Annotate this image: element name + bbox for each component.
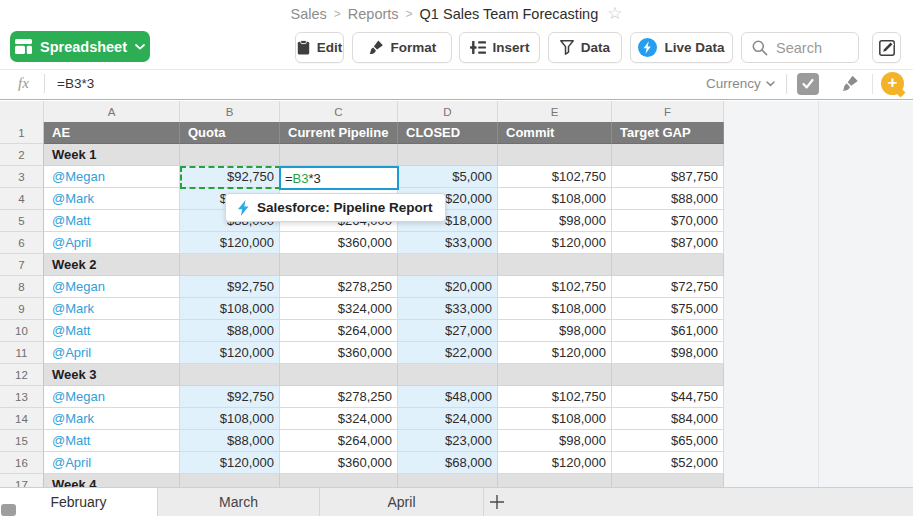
ae-name-cell[interactable]: @Matt bbox=[44, 430, 180, 452]
data-button[interactable]: Data bbox=[548, 32, 622, 63]
value-cell[interactable]: $48,000 bbox=[398, 386, 498, 408]
cell[interactable] bbox=[498, 474, 612, 487]
cell[interactable] bbox=[280, 254, 398, 276]
scrollbar-thumb[interactable] bbox=[1, 504, 16, 516]
value-cell[interactable]: $75,000 bbox=[612, 298, 724, 320]
column-header-C[interactable]: C bbox=[280, 101, 398, 122]
formula-input[interactable]: =B3*3 bbox=[57, 76, 94, 91]
value-cell[interactable]: $24,000 bbox=[398, 408, 498, 430]
value-cell[interactable]: $360,000 bbox=[280, 452, 398, 474]
spreadsheet-menu-button[interactable]: Spreadsheet bbox=[10, 31, 150, 62]
value-cell[interactable]: $264,000 bbox=[280, 430, 398, 452]
row-number-6[interactable]: 6 bbox=[0, 232, 44, 254]
value-cell[interactable]: $70,000 bbox=[612, 210, 724, 232]
edit-button[interactable]: Edit bbox=[295, 32, 344, 63]
cell[interactable] bbox=[612, 254, 724, 276]
value-cell[interactable]: $264,000 bbox=[280, 320, 398, 342]
value-cell[interactable]: $68,000 bbox=[398, 452, 498, 474]
add-sheet-button[interactable] bbox=[482, 488, 512, 516]
value-cell[interactable]: $87,750 bbox=[612, 166, 724, 188]
tab-february[interactable]: February bbox=[0, 488, 158, 516]
row-number-15[interactable]: 15 bbox=[0, 430, 44, 452]
column-header-E[interactable]: E bbox=[498, 101, 612, 122]
value-cell[interactable]: $278,250 bbox=[280, 276, 398, 298]
row-number-13[interactable]: 13 bbox=[0, 386, 44, 408]
week-label-cell[interactable]: Week 2 bbox=[44, 254, 180, 276]
week-label-cell[interactable]: Week 1 bbox=[44, 144, 180, 166]
row-number-4[interactable]: 4 bbox=[0, 188, 44, 210]
cell[interactable] bbox=[398, 144, 498, 166]
week-label-cell[interactable]: Week 3 bbox=[44, 364, 180, 386]
ae-name-cell[interactable]: @April bbox=[44, 232, 180, 254]
row-number-5[interactable]: 5 bbox=[0, 210, 44, 232]
value-cell[interactable]: $98,000 bbox=[612, 342, 724, 364]
ae-name-cell[interactable]: @April bbox=[44, 452, 180, 474]
cell[interactable] bbox=[612, 144, 724, 166]
value-cell[interactable]: $360,000 bbox=[280, 342, 398, 364]
cell[interactable] bbox=[280, 364, 398, 386]
ae-name-cell[interactable]: @Mark bbox=[44, 298, 180, 320]
row-number-14[interactable]: 14 bbox=[0, 408, 44, 430]
ae-name-cell[interactable]: @Mark bbox=[44, 408, 180, 430]
value-cell[interactable]: $88,000 bbox=[180, 320, 280, 342]
search-input[interactable]: Search bbox=[741, 32, 859, 63]
value-cell[interactable]: $65,000 bbox=[612, 430, 724, 452]
value-cell[interactable]: $120,000 bbox=[498, 232, 612, 254]
cell[interactable] bbox=[612, 474, 724, 487]
ae-name-cell[interactable]: @Mark bbox=[44, 188, 180, 210]
value-cell[interactable]: $108,000 bbox=[498, 298, 612, 320]
value-cell[interactable]: $33,000 bbox=[398, 298, 498, 320]
compose-button[interactable] bbox=[872, 32, 901, 63]
value-cell[interactable]: $120,000 bbox=[498, 342, 612, 364]
ae-name-cell[interactable]: @Megan bbox=[44, 166, 180, 188]
cell[interactable] bbox=[398, 254, 498, 276]
cell[interactable] bbox=[612, 364, 724, 386]
cell[interactable] bbox=[398, 474, 498, 487]
cell[interactable] bbox=[498, 254, 612, 276]
row-number-10[interactable]: 10 bbox=[0, 320, 44, 342]
ae-name-cell[interactable]: @Megan bbox=[44, 386, 180, 408]
value-cell[interactable]: $44,750 bbox=[612, 386, 724, 408]
row-number-2[interactable]: 2 bbox=[0, 144, 44, 166]
column-header-D[interactable]: D bbox=[398, 101, 498, 122]
value-cell[interactable]: $324,000 bbox=[280, 298, 398, 320]
value-cell[interactable]: $360,000 bbox=[280, 232, 398, 254]
row-number-11[interactable]: 11 bbox=[0, 342, 44, 364]
ae-name-cell[interactable]: @Megan bbox=[44, 276, 180, 298]
breadcrumb-reports[interactable]: Reports bbox=[348, 6, 399, 22]
ae-name-cell[interactable]: @April bbox=[44, 342, 180, 364]
value-cell[interactable]: $108,000 bbox=[180, 408, 280, 430]
row-number-9[interactable]: 9 bbox=[0, 298, 44, 320]
grid-corner[interactable] bbox=[0, 101, 44, 122]
value-cell[interactable]: $84,000 bbox=[612, 408, 724, 430]
row-number-12[interactable]: 12 bbox=[0, 364, 44, 386]
value-cell[interactable]: $52,000 bbox=[612, 452, 724, 474]
cell[interactable] bbox=[180, 144, 280, 166]
value-cell[interactable]: $61,000 bbox=[612, 320, 724, 342]
value-cell[interactable]: $120,000 bbox=[498, 452, 612, 474]
value-cell[interactable]: $27,000 bbox=[398, 320, 498, 342]
format-dropdown[interactable]: Currency bbox=[706, 76, 775, 91]
value-cell[interactable]: $108,000 bbox=[498, 408, 612, 430]
header-cell[interactable]: AE bbox=[44, 122, 180, 144]
column-header-B[interactable]: B bbox=[180, 101, 280, 122]
tab-april[interactable]: April bbox=[320, 488, 484, 516]
active-cell-editor[interactable]: =B3*3 bbox=[279, 166, 399, 190]
breadcrumb-sales[interactable]: Sales bbox=[291, 6, 327, 22]
value-cell[interactable]: $102,750 bbox=[498, 386, 612, 408]
row-number-1[interactable]: 1 bbox=[0, 122, 44, 144]
week-label-cell[interactable]: Week 4 bbox=[44, 474, 180, 487]
cell[interactable] bbox=[498, 144, 612, 166]
row-number-3[interactable]: 3 bbox=[0, 166, 44, 188]
header-cell[interactable]: CLOSED bbox=[398, 122, 498, 144]
header-cell[interactable]: Current Pipeline bbox=[280, 122, 398, 144]
cell[interactable] bbox=[180, 254, 280, 276]
header-cell[interactable]: Commit bbox=[498, 122, 612, 144]
value-cell[interactable]: $102,750 bbox=[498, 166, 612, 188]
value-cell[interactable]: $92,750 bbox=[180, 276, 280, 298]
add-comment-button[interactable]: + bbox=[881, 72, 904, 95]
value-cell[interactable]: $120,000 bbox=[180, 452, 280, 474]
cell[interactable] bbox=[180, 474, 280, 487]
value-cell[interactable]: $20,000 bbox=[398, 276, 498, 298]
value-cell[interactable]: $108,000 bbox=[180, 298, 280, 320]
